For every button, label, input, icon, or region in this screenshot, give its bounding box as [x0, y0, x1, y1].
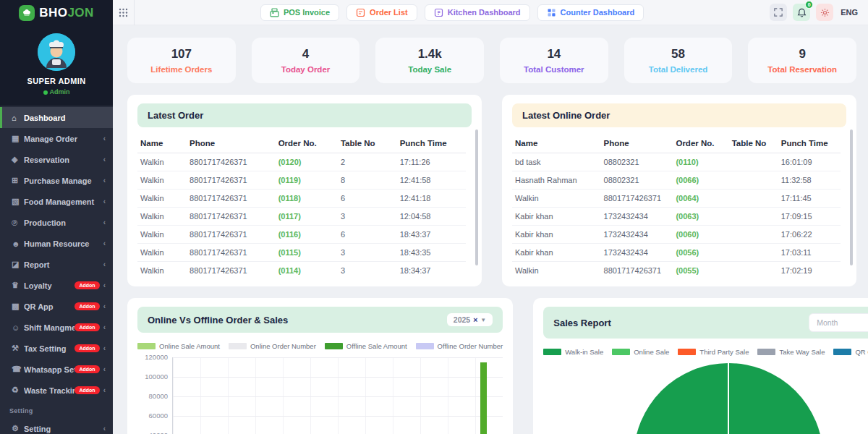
sidebar-item[interactable]: ℗ Production ‹: [0, 212, 113, 233]
sidebar-item[interactable]: ♻ Waste Tracking Addon ‹: [0, 380, 113, 401]
order-list-button[interactable]: Order List: [346, 4, 417, 21]
sidebar-item[interactable]: ▦ Manage Order ‹: [0, 128, 113, 149]
cell-name: Walkin: [137, 244, 187, 262]
legend-item[interactable]: Online Order Number: [229, 342, 316, 350]
kitchen-dashboard-button[interactable]: Kitchen Dashboard: [425, 4, 530, 21]
legend-item[interactable]: Online Sale: [612, 348, 669, 356]
home-icon: ⌂: [12, 114, 24, 122]
qr-code-icon: ▩: [12, 302, 24, 311]
column-header[interactable]: Order No.: [276, 133, 338, 153]
legend-item[interactable]: Take Way Sale: [757, 348, 825, 356]
table-row[interactable]: bd task 08802321 (0110) 16:01:09: [512, 153, 841, 171]
cell-punch-time: 17:11:26: [397, 153, 466, 171]
legend-item[interactable]: Online Sale Amount: [137, 342, 220, 350]
sidebar-item[interactable]: ◈ Reservation ‹: [0, 149, 113, 170]
sidebar-item[interactable]: ▧ Food Management ‹: [0, 191, 113, 212]
cell-name: Hasnath Rahman: [512, 171, 601, 190]
sidebar-item[interactable]: ⊞ Purchase Manage ‹: [0, 170, 113, 191]
legend-item[interactable]: Offline Order Number: [416, 342, 503, 350]
counter-dashboard-button[interactable]: Counter Dashboard: [537, 4, 644, 21]
sidebar-item[interactable]: ☺ Shift Mangment Addon ‹: [0, 317, 113, 338]
table-row[interactable]: Kabir khan 1732432434 (0060) 17:06:22: [512, 226, 841, 244]
legend-item[interactable]: Walk-in Sale: [543, 348, 603, 356]
clear-filter-icon[interactable]: ×: [473, 315, 477, 324]
sidebar-item[interactable]: ♛ Loyalty Addon ‹: [0, 275, 113, 296]
table-scrollbar[interactable]: [475, 129, 478, 265]
table-row[interactable]: Walkin 8801717426371 (0117) 3 12:04:58: [137, 208, 466, 226]
legend-item[interactable]: Offline Sale Amount: [325, 342, 407, 350]
column-header[interactable]: Punch Time: [397, 133, 466, 153]
notifications-button[interactable]: 0: [793, 4, 810, 21]
sidebar-item-label: Dashboard: [24, 114, 106, 122]
table-scrollbar[interactable]: [850, 129, 853, 265]
table-row[interactable]: Kabir khan 1732432434 (0063) 17:09:15: [512, 208, 841, 226]
month-filter-input[interactable]: [809, 313, 868, 332]
kitchen-monitor-icon: [434, 8, 443, 17]
menu-grid-toggle[interactable]: [113, 0, 135, 25]
column-header[interactable]: Table No: [338, 133, 397, 153]
column-header[interactable]: Name: [137, 133, 187, 153]
year-filter-dropdown[interactable]: 2025 × ▼: [447, 313, 493, 326]
column-header[interactable]: Name: [512, 133, 601, 153]
sidebar-item[interactable]: ⚙ Setting ‹: [0, 418, 113, 434]
table-row[interactable]: Walkin 8801717426371 (0119) 8 12:41:58: [137, 171, 466, 190]
sidebar-item[interactable]: ◪ Report ‹: [0, 254, 113, 275]
column-header[interactable]: Phone: [601, 133, 673, 153]
column-header[interactable]: Table No: [729, 133, 778, 153]
fullscreen-button[interactable]: [770, 4, 787, 21]
sidebar-item[interactable]: ☎ Whatsapp Setting Addon ‹: [0, 359, 113, 380]
table-row[interactable]: Walkin 8801717426371 (0115) 3 18:43:35: [137, 244, 466, 262]
sidebar-item-label: Report: [24, 260, 103, 269]
pos-invoice-button[interactable]: POS Invoice: [260, 4, 339, 21]
sales-pie-chart[interactable]: [634, 363, 823, 434]
stat-card[interactable]: 107 Lifetime Orders: [127, 38, 236, 83]
addon-badge: Addon: [75, 323, 99, 331]
legend-item[interactable]: QR Customer Sale: [833, 348, 868, 356]
cell-table-no: 3: [338, 262, 397, 280]
table-row[interactable]: Kabir khan 1732432434 (0056) 17:03:11: [512, 244, 841, 262]
column-header[interactable]: Punch Time: [778, 133, 841, 153]
online-status-dot: [43, 90, 48, 95]
table-row[interactable]: Walkin 8801717426371 (0116) 6 18:43:37: [137, 226, 466, 244]
notification-badge: 0: [805, 1, 813, 9]
sidebar-item-label: Whatsapp Setting: [24, 365, 75, 374]
stat-card[interactable]: 9 Total Reservation: [748, 38, 856, 83]
avatar[interactable]: [38, 33, 75, 71]
sidebar-item[interactable]: ▩ QR App Addon ‹: [0, 296, 113, 317]
logo[interactable]: BHOJON: [0, 0, 113, 26]
user-role: Admin: [0, 88, 113, 95]
sidebar-item[interactable]: ⚒ Tax Setting Addon ‹: [0, 338, 113, 359]
bar-chart-legend: Online Sale Amount Online Order Number O…: [137, 342, 503, 350]
column-header[interactable]: Phone: [187, 133, 276, 153]
cell-phone: 8801717426371: [187, 190, 276, 208]
sidebar-item-label: Loyalty: [24, 281, 75, 290]
addon-badge: Addon: [75, 386, 99, 394]
chevron-left-icon: ‹: [103, 135, 106, 142]
table-row[interactable]: Walkin 8801717426371 (0064) 17:11:45: [512, 190, 841, 208]
sidebar-item[interactable]: ⌂ Dashboard: [0, 107, 113, 128]
cell-phone: 1732432434: [601, 244, 673, 262]
stat-card[interactable]: 14 Total Customer: [500, 38, 608, 83]
latest-online-order-table: NamePhoneOrder No.Table NoPunch Time bd …: [512, 133, 841, 279]
settings-button[interactable]: [816, 4, 833, 21]
cell-name: Kabir khan: [512, 208, 601, 226]
legend-item[interactable]: Third Party Sale: [678, 348, 749, 356]
cell-name: Kabir khan: [512, 244, 601, 262]
language-selector[interactable]: ENG: [841, 8, 858, 17]
stat-card[interactable]: 58 Total Delivered: [624, 38, 733, 83]
stat-card[interactable]: 4 Today Order: [252, 38, 360, 83]
column-header[interactable]: Order No.: [673, 133, 728, 153]
table-row[interactable]: Walkin 8801717426371 (0114) 3 18:34:37: [137, 262, 466, 280]
table-row[interactable]: Hasnath Rahman 08802321 (0066) 11:32:58: [512, 171, 841, 190]
sidebar-menu-bottom: ⚙ Setting ‹: [0, 418, 113, 434]
table-row[interactable]: Walkin 8801717426371 (0055) 17:02:19: [512, 262, 841, 280]
box-icon: ▧: [12, 197, 24, 206]
cell-punch-time: 11:32:58: [778, 171, 841, 190]
stat-card[interactable]: 1.4k Today Sale: [375, 38, 484, 83]
sidebar-item[interactable]: ☻ Human Resource ‹: [0, 233, 113, 254]
table-row[interactable]: Walkin 8801717426371 (0118) 6 12:41:18: [137, 190, 466, 208]
table-row[interactable]: Walkin 8801717426371 (0120) 2 17:11:26: [137, 153, 466, 171]
chevron-left-icon: ‹: [103, 323, 106, 331]
offline-sale-bar-december[interactable]: [480, 362, 487, 434]
chevron-left-icon: ‹: [103, 281, 106, 289]
